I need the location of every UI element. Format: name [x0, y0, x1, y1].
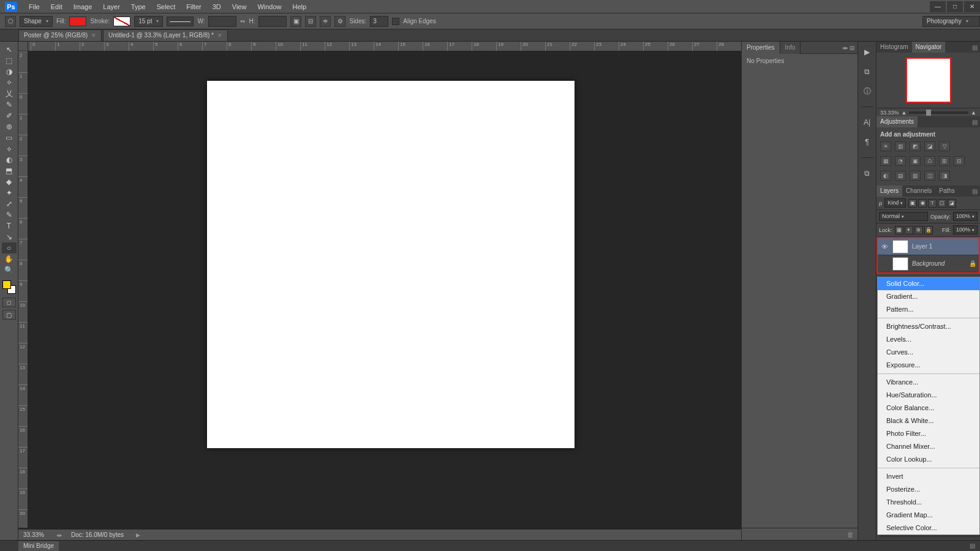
path-arrange-icon[interactable]: ≑: [320, 16, 331, 27]
menu-layer[interactable]: Layer: [97, 0, 126, 13]
close-icon[interactable]: ✕: [91, 30, 96, 41]
foreground-color-swatch[interactable]: [2, 280, 11, 289]
menu-item-solid-color[interactable]: Solid Color...: [878, 277, 979, 290]
adjustment-icon[interactable]: ▥: [910, 171, 921, 181]
collapsed-panel-icon[interactable]: ⧉: [861, 167, 874, 180]
quick-mask-toggle[interactable]: ◻: [2, 298, 16, 307]
minimize-button[interactable]: —: [930, 1, 946, 12]
menu-item-exposure[interactable]: Exposure...: [878, 359, 979, 372]
layers-tab[interactable]: Layers: [876, 186, 902, 197]
tool-8[interactable]: ▭: [2, 132, 17, 143]
width-input[interactable]: [208, 16, 236, 27]
menu-item-channel-mixer[interactable]: Channel Mixer...: [878, 440, 979, 453]
tool-11[interactable]: ⬒: [2, 165, 17, 176]
stroke-width-select[interactable]: 15 pt: [134, 16, 163, 27]
adjustment-icon[interactable]: ⊟: [954, 156, 965, 166]
layer-thumbnail[interactable]: [892, 240, 908, 253]
menu-window[interactable]: Window: [252, 0, 287, 13]
menu-view[interactable]: View: [227, 0, 252, 13]
fill-input[interactable]: 100%: [953, 225, 978, 234]
adjustment-icon[interactable]: ▣: [910, 156, 921, 166]
adjustment-icon[interactable]: ◐: [880, 171, 891, 181]
menu-item-gradient[interactable]: Gradient...: [878, 290, 979, 303]
menu-item-selective-color[interactable]: Selective Color...: [878, 522, 979, 534]
tool-13[interactable]: ✦: [2, 187, 17, 198]
collapsed-panel-icon[interactable]: ⧉: [861, 65, 874, 78]
tool-4[interactable]: 乂: [2, 88, 17, 99]
layer-name[interactable]: Background: [912, 260, 944, 267]
menu-item-vibrance[interactable]: Vibrance...: [878, 376, 979, 389]
menu-item-threshold[interactable]: Threshold...: [878, 496, 979, 509]
layer-lock-icon[interactable]: ▦: [895, 226, 903, 234]
tool-9[interactable]: ⟡: [2, 143, 17, 154]
layer-thumbnail[interactable]: [892, 257, 908, 271]
align-edges-checkbox[interactable]: [392, 18, 399, 25]
doc-size-readout[interactable]: Doc: 16.0M/0 bytes: [71, 531, 124, 538]
layer-lock-icon[interactable]: ✦: [905, 226, 913, 234]
maximize-button[interactable]: □: [947, 1, 963, 12]
menu-item-gradient-map[interactable]: Gradient Map...: [878, 509, 979, 522]
adjustment-icon[interactable]: ▤: [895, 171, 906, 181]
tool-0[interactable]: ↖: [2, 44, 17, 55]
layer-filter-icon[interactable]: ◪: [948, 199, 956, 208]
layer-filter-icon[interactable]: ◉: [918, 199, 927, 208]
navigator-tab[interactable]: Navigator: [912, 42, 946, 53]
gear-icon[interactable]: ⚙: [334, 16, 345, 27]
color-swatches[interactable]: [2, 280, 16, 294]
collapsed-panel-icon[interactable]: ⓘ: [861, 84, 874, 98]
close-button[interactable]: ✕: [964, 1, 980, 12]
layer-lock-icon[interactable]: 🔒: [924, 226, 933, 234]
fill-swatch[interactable]: [69, 17, 86, 26]
menu-item-black-white[interactable]: Black & White...: [878, 414, 979, 427]
blend-mode-select[interactable]: Normal: [879, 212, 928, 221]
tool-3[interactable]: ✧: [2, 77, 17, 88]
tool-15[interactable]: ✎: [2, 209, 17, 220]
doc-tab-poster[interactable]: Poster @ 25% (RGB/8)✕: [18, 29, 102, 41]
layer-visibility-toggle[interactable]: 👁: [880, 243, 889, 250]
navigator-preview[interactable]: [876, 53, 980, 108]
menu-image[interactable]: Image: [68, 0, 98, 13]
layer-filter-kind[interactable]: Kind: [884, 198, 906, 208]
adjustment-icon[interactable]: ▦: [880, 156, 891, 166]
tool-17[interactable]: ↘: [2, 231, 17, 242]
layer-row[interactable]: Background🔒: [878, 255, 979, 272]
zoom-value[interactable]: 33.33%: [23, 531, 44, 538]
paths-tab[interactable]: Paths: [935, 186, 959, 197]
tool-19[interactable]: ✋: [2, 253, 17, 264]
panel-menu-icon[interactable]: ▤: [970, 188, 980, 195]
tool-2[interactable]: ◑: [2, 66, 17, 77]
menu-file[interactable]: File: [23, 0, 45, 13]
menu-edit[interactable]: Edit: [45, 0, 68, 13]
channels-tab[interactable]: Channels: [902, 186, 935, 197]
tool-14[interactable]: ⤢: [2, 198, 17, 209]
panel-menu-icon[interactable]: ▤: [970, 542, 980, 549]
navigator-zoom-slider[interactable]: [909, 111, 968, 114]
doc-tab-untitled[interactable]: Untitled-1 @ 33.3% (Layer 1, RGB/8) *✕: [103, 29, 228, 41]
collapsed-panel-icon[interactable]: A|: [861, 116, 874, 129]
zoom-in-icon[interactable]: ▲: [971, 110, 976, 116]
zoom-arrow-icon[interactable]: ◂▸: [56, 532, 62, 538]
tool-7[interactable]: ⊛: [2, 121, 17, 132]
opacity-input[interactable]: 100%: [953, 212, 978, 221]
zoom-out-icon[interactable]: ▲: [902, 110, 907, 116]
tool-6[interactable]: ✐: [2, 110, 17, 121]
tool-10[interactable]: ◐: [2, 154, 17, 165]
panel-menu-icon[interactable]: ▤: [970, 44, 980, 51]
adjustment-icon[interactable]: ▽: [939, 141, 950, 151]
menu-item-color-lookup[interactable]: Color Lookup...: [878, 453, 979, 466]
layer-lock-icon[interactable]: ⊕: [914, 226, 923, 234]
menu-item-brightness-contrast[interactable]: Brightness/Contrast...: [878, 320, 979, 333]
adjustment-icon[interactable]: ◩: [910, 141, 921, 151]
adjustment-icon[interactable]: ◪: [924, 141, 935, 151]
histogram-tab[interactable]: Histogram: [876, 42, 912, 53]
menu-item-pattern[interactable]: Pattern...: [878, 303, 979, 316]
horizontal-ruler[interactable]: 0123456789101112131415161718192021222324…: [28, 42, 741, 51]
menu-3d[interactable]: 3D: [207, 0, 227, 13]
menu-item-levels[interactable]: Levels...: [878, 333, 979, 346]
collapse-icon[interactable]: ◂▸: [842, 45, 848, 51]
layer-filter-icon[interactable]: ▢: [938, 199, 946, 208]
document-canvas[interactable]: [207, 81, 575, 448]
panel-menu-icon[interactable]: ▤: [970, 119, 980, 126]
adjustment-icon[interactable]: ▥: [895, 141, 906, 151]
collapsed-panel-icon[interactable]: ¶: [861, 135, 874, 149]
